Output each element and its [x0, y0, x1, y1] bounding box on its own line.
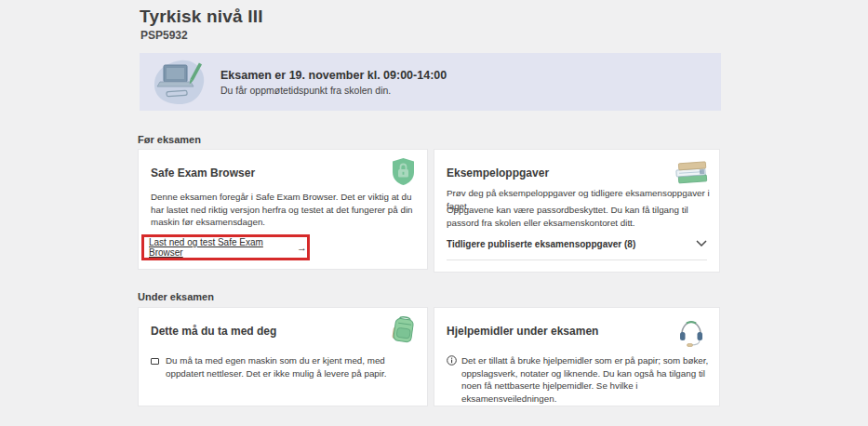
- card-title: Dette må du ta med deg: [151, 325, 276, 338]
- section-label-before-exam: Før eksamen: [138, 134, 201, 145]
- aids-during-exam-card: Hjelpemidler under eksamen Det er tillat…: [434, 307, 720, 406]
- info-note-text: Det er tillatt å bruke hjelpemidler som …: [461, 354, 711, 405]
- books-stack-icon: [674, 157, 708, 188]
- exam-date-heading: Eksamen er 19. november kl. 09:00-14:00: [220, 69, 447, 82]
- red-highlight-rectangle: Last ned og test Safe Exam Browser →: [141, 234, 310, 260]
- card-title: Hjelpemidler under eksamen: [447, 325, 598, 338]
- backpack-icon: [390, 315, 416, 347]
- exam-date-subtext: Du får oppmøtetidspunkt fra skolen din.: [220, 85, 447, 96]
- info-circle-icon: [447, 355, 457, 366]
- example-tasks-card: Eksempeloppgaver Prøv deg på eksempelopp…: [434, 149, 720, 273]
- card-title: Eksempeloppgaver: [447, 166, 549, 180]
- download-seb-link[interactable]: Last ned og test Safe Exam Browser: [149, 237, 292, 258]
- card-body-text: Denne eksamen foregår i Safe Exam Browse…: [151, 191, 422, 229]
- headphones-icon: [678, 319, 704, 348]
- section-label-during-exam: Under eksamen: [138, 291, 214, 302]
- laptop-pencil-illustration: [152, 57, 209, 107]
- info-note: Det er tillatt å bruke hjelpemidler som …: [447, 354, 711, 405]
- chevron-down-icon: [696, 240, 707, 246]
- list-item: Du må ta med egen maskin som du er kjent…: [151, 354, 416, 379]
- previous-exams-accordion[interactable]: Tidligere publiserte eksamensoppgaver (8…: [447, 239, 707, 260]
- exam-date-banner: Eksamen er 19. november kl. 09:00-14:00 …: [140, 53, 721, 111]
- arrow-right-icon: →: [297, 242, 307, 253]
- card-body-text: Oppgavene kan være passordbeskyttet. Du …: [447, 204, 716, 229]
- safe-exam-browser-card: Safe Exam Browser Denne eksamen foregår …: [138, 149, 428, 270]
- laptop-icon: [151, 358, 159, 365]
- subject-code: PSP5932: [140, 29, 188, 42]
- card-title: Safe Exam Browser: [151, 166, 255, 180]
- bring-with-you-card: Dette må du ta med deg Du må ta med egen…: [138, 307, 428, 406]
- shield-lock-icon: [391, 157, 416, 186]
- page-title: Tyrkisk nivå III: [140, 7, 263, 27]
- list-item-text: Du må ta med egen maskin som du er kjent…: [166, 354, 416, 379]
- accordion-label: Tidligere publiserte eksamensoppgaver (8…: [447, 239, 635, 249]
